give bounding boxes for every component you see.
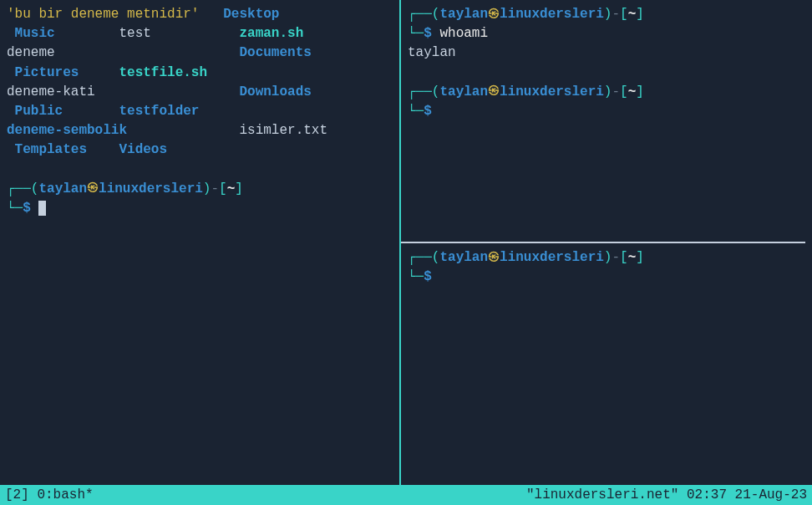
ls-row: Templates Videos bbox=[7, 140, 393, 160]
prompt-line-2[interactable]: └─$ bbox=[408, 268, 805, 287]
ls-entry: deneme-kati bbox=[7, 84, 95, 99]
ls-entry: deneme-sembolik bbox=[7, 123, 127, 138]
command-output: taylan bbox=[408, 43, 805, 63]
left-pane[interactable]: 'bu bir deneme metnidir' Desktop Music t… bbox=[0, 0, 399, 485]
ls-entry: test bbox=[119, 26, 150, 41]
ls-row: Pictures testfile.sh bbox=[7, 64, 393, 83]
skull-icon: ㉿ bbox=[488, 82, 500, 99]
ls-entry: Public bbox=[7, 104, 63, 119]
prompt-line-1: ┌──(taylan㉿linuxdersleri)-[~] bbox=[408, 248, 805, 268]
ls-entry: deneme bbox=[7, 45, 55, 60]
ls-row: Public testfolder bbox=[7, 102, 393, 121]
ls-entry: Documents bbox=[239, 45, 311, 60]
skull-icon: ㉿ bbox=[87, 179, 99, 196]
prompt-line-2[interactable]: └─$ bbox=[408, 102, 805, 121]
ls-entry: Templates bbox=[7, 142, 87, 157]
prompt-line-2[interactable]: └─$ bbox=[7, 199, 393, 218]
prompt-line-1: ┌──(taylan㉿linuxdersleri)-[~] bbox=[408, 5, 805, 24]
blank-line bbox=[7, 161, 393, 180]
prompt-line-1: ┌──(taylan㉿linuxdersleri)-[~] bbox=[7, 180, 393, 199]
ls-row: Music test zaman.sh bbox=[7, 24, 393, 43]
right-top-pane[interactable]: ┌──(taylan㉿linuxdersleri)-[~] └─$ whoami… bbox=[401, 0, 812, 242]
skull-icon: ㉿ bbox=[488, 5, 500, 22]
ls-entry: testfile.sh bbox=[119, 65, 207, 80]
ls-row: deneme-kati Downloads bbox=[7, 83, 393, 102]
tmux-panes: 'bu bir deneme metnidir' Desktop Music t… bbox=[0, 0, 812, 485]
command-text: whoami bbox=[439, 26, 488, 41]
ls-entry: Desktop bbox=[223, 7, 279, 22]
ls-entry: Downloads bbox=[239, 84, 311, 99]
cursor bbox=[38, 201, 46, 216]
status-left: [2] 0:bash* bbox=[5, 487, 94, 502]
ls-row: 'bu bir deneme metnidir' Desktop bbox=[7, 5, 393, 24]
right-panes: ┌──(taylan㉿linuxdersleri)-[~] └─$ whoami… bbox=[401, 0, 812, 485]
ls-entry: Pictures bbox=[7, 65, 79, 80]
ls-entry: testfolder bbox=[119, 104, 199, 119]
ls-row: deneme-sembolik isimler.txt bbox=[7, 121, 393, 140]
right-bottom-pane[interactable]: ┌──(taylan㉿linuxdersleri)-[~] └─$ bbox=[401, 243, 812, 485]
prompt-line-1: ┌──(taylan㉿linuxdersleri)-[~] bbox=[408, 83, 805, 102]
ls-entry: Videos bbox=[119, 142, 167, 157]
status-right: "linuxdersleri.net" 02:37 21-Aug-23 bbox=[526, 487, 807, 502]
ls-entry: isimler.txt bbox=[239, 123, 327, 138]
tmux-status-bar[interactable]: [2] 0:bash* "linuxdersleri.net" 02:37 21… bbox=[0, 485, 812, 505]
skull-icon: ㉿ bbox=[488, 248, 500, 265]
ls-entry: Music bbox=[7, 26, 55, 41]
prompt-line-2-cmd: └─$ whoami bbox=[408, 24, 805, 43]
ls-row: deneme Documents bbox=[7, 43, 393, 63]
ls-entry: zaman.sh bbox=[231, 26, 303, 41]
blank-line bbox=[408, 64, 805, 83]
ls-entry: 'bu bir deneme metnidir' bbox=[7, 7, 199, 22]
